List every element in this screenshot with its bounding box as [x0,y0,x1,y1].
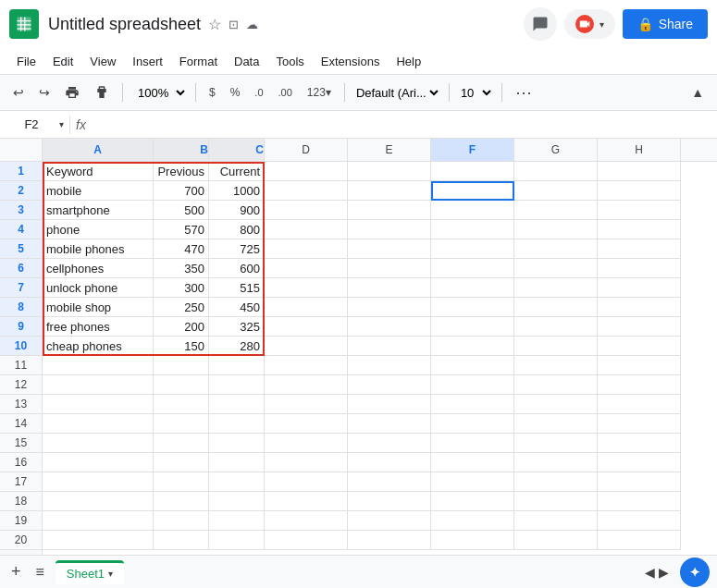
menu-extensions[interactable]: Extensions [314,51,388,72]
cell-g19[interactable] [514,511,598,531]
cell-b15[interactable] [154,434,209,453]
cell-f12[interactable] [431,375,514,395]
cell-a17[interactable] [43,472,154,492]
cell-h8[interactable] [598,298,681,317]
cell-h12[interactable] [598,375,681,395]
cell-g13[interactable] [514,395,598,414]
cell-c15[interactable] [209,434,265,453]
cell-e8[interactable] [348,298,431,317]
cell-d9[interactable] [265,317,348,337]
cell-g10[interactable] [514,337,598,356]
cell-h2[interactable] [598,181,681,201]
cell-b16[interactable] [154,453,209,472]
cell-d20[interactable] [265,531,348,550]
cell-b12[interactable] [154,375,209,395]
cell-h9[interactable] [598,317,681,337]
print-button[interactable] [59,81,85,104]
cell-e9[interactable] [348,317,431,337]
cell-c6[interactable]: 600 [209,259,265,278]
row-number-15[interactable]: 15 [0,434,42,453]
share-button[interactable]: 🔒 Share [623,9,708,39]
cell-c16[interactable] [209,453,265,472]
currency-button[interactable]: $ [204,82,221,103]
cell-a18[interactable] [43,492,154,511]
cell-h20[interactable] [598,531,681,550]
cell-h17[interactable] [598,472,681,492]
cell-c7[interactable]: 515 [209,278,265,298]
cell-g20[interactable] [514,531,598,550]
row-number-6[interactable]: 6 [0,259,42,278]
cell-a7[interactable]: unlock phone [43,278,154,298]
cell-h1[interactable] [598,162,681,181]
col-header-f[interactable]: F [431,139,514,161]
cell-c12[interactable] [209,375,265,395]
cell-h18[interactable] [598,492,681,511]
cell-b11[interactable] [154,356,209,375]
format-number-button[interactable]: 123▾ [302,82,337,103]
cell-d14[interactable] [265,414,348,434]
cell-b20[interactable] [154,531,209,550]
menu-data[interactable]: Data [227,51,266,72]
cell-f14[interactable] [431,414,514,434]
row-number-10[interactable]: 10 [0,337,42,356]
cell-a3[interactable]: smartphone [43,201,154,220]
cell-e15[interactable] [348,434,431,453]
col-header-c[interactable]: C [209,139,265,161]
cell-a6[interactable]: cellphones [43,259,154,278]
row-number-13[interactable]: 13 [0,395,42,414]
cell-f15[interactable] [431,434,514,453]
cell-f1[interactable] [431,162,514,181]
cell-f3[interactable] [431,201,514,220]
cell-h14[interactable] [598,414,681,434]
row-number-20[interactable]: 20 [0,531,42,550]
row-number-11[interactable]: 11 [0,356,42,375]
add-sheet-button[interactable]: + [7,558,25,585]
row-number-12[interactable]: 12 [0,375,42,395]
more-options-button[interactable]: ⋯ [510,79,538,106]
cell-f11[interactable] [431,356,514,375]
cell-a15[interactable] [43,434,154,453]
cell-g17[interactable] [514,472,598,492]
menu-view[interactable]: View [82,51,123,72]
cell-b2[interactable]: 700 [154,181,209,201]
cell-a9[interactable]: free phones [43,317,154,337]
row-number-18[interactable]: 18 [0,492,42,511]
cell-f17[interactable] [431,472,514,492]
cell-c9[interactable]: 325 [209,317,265,337]
scroll-right-button[interactable]: ▶ [659,565,669,580]
paint-format-button[interactable] [89,81,115,104]
cell-h5[interactable] [598,239,681,259]
cell-d19[interactable] [265,511,348,531]
row-number-7[interactable]: 7 [0,278,42,298]
cell-g14[interactable] [514,414,598,434]
row-number-5[interactable]: 5 [0,239,42,259]
cell-d10[interactable] [265,337,348,356]
cell-b10[interactable]: 150 [154,337,209,356]
cell-f9[interactable] [431,317,514,337]
cell-reference-input[interactable] [4,117,59,131]
cell-e20[interactable] [348,531,431,550]
menu-help[interactable]: Help [389,51,428,72]
cell-d2[interactable] [265,181,348,201]
menu-file[interactable]: File [9,51,43,72]
row-number-19[interactable]: 19 [0,511,42,531]
cell-d18[interactable] [265,492,348,511]
cell-d16[interactable] [265,453,348,472]
cell-h16[interactable] [598,453,681,472]
cell-f18[interactable] [431,492,514,511]
cell-f10[interactable] [431,337,514,356]
col-header-e[interactable]: E [348,139,431,161]
cell-g6[interactable] [514,259,598,278]
cell-g7[interactable] [514,278,598,298]
cell-e7[interactable] [348,278,431,298]
cell-h3[interactable] [598,201,681,220]
cell-b18[interactable] [154,492,209,511]
cell-c8[interactable]: 450 [209,298,265,317]
cell-b6[interactable]: 350 [154,259,209,278]
cell-d8[interactable] [265,298,348,317]
row-number-1[interactable]: 1 [0,162,42,181]
cell-c10[interactable]: 280 [209,337,265,356]
cell-g8[interactable] [514,298,598,317]
cell-b3[interactable]: 500 [154,201,209,220]
cell-ref-dropdown[interactable]: ▾ [59,119,64,129]
